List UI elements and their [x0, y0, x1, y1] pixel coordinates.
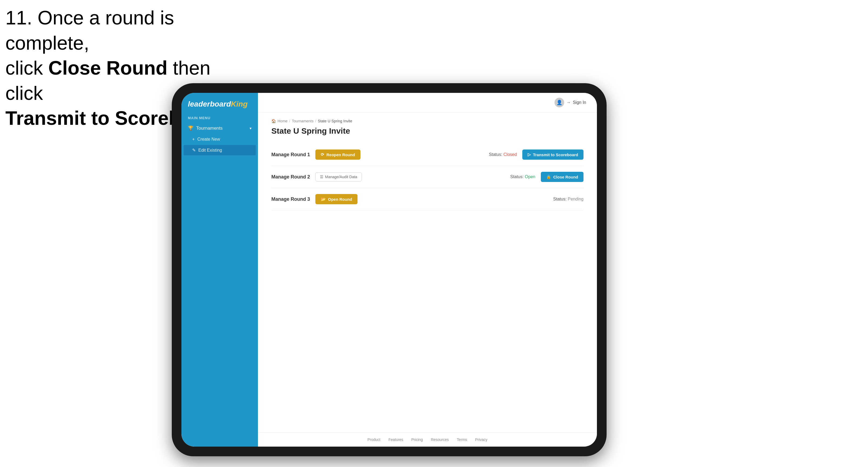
sign-in-label: Sign In — [573, 100, 586, 105]
footer-features[interactable]: Features — [389, 437, 403, 442]
plus-icon: + — [192, 137, 194, 142]
user-avatar: 👤 — [555, 98, 564, 107]
edit-existing-label: Edit Existing — [198, 148, 222, 153]
close-round-label: Close Round — [553, 175, 579, 179]
manage-audit-label: Manage/Audit Data — [325, 175, 357, 179]
round-1-status: Status: Closed — [489, 152, 517, 157]
manage-audit-button[interactable]: ☰ Manage/Audit Data — [315, 172, 362, 181]
reopen-round-button[interactable]: ⟳ Reopen Round — [315, 150, 361, 160]
page-title: State U Spring Invite — [271, 126, 584, 135]
content-area: 🏠 Home / Tournaments / State U Spring In… — [258, 113, 597, 432]
footer-pricing[interactable]: Pricing — [411, 437, 423, 442]
open-round-label: Open Round — [328, 197, 352, 201]
sidebar-item-tournaments[interactable]: 🏆 Tournaments ▾ — [181, 122, 258, 134]
transmit-to-scoreboard-button[interactable]: ▷ Transmit to Scoreboard — [522, 150, 584, 160]
round-2-status-value: Open — [525, 175, 535, 179]
footer-resources[interactable]: Resources — [431, 437, 449, 442]
sign-in-area[interactable]: 👤 → Sign In — [555, 98, 586, 107]
sidebar-tournaments-label: Tournaments — [196, 126, 222, 131]
open-round-button[interactable]: 📂 Open Round — [315, 194, 358, 204]
footer-terms[interactable]: Terms — [457, 437, 467, 442]
round-3-right: Status: Pending — [553, 197, 584, 201]
sign-in-arrow-icon: → — [566, 100, 570, 105]
breadcrumb-sep1: / — [289, 119, 290, 123]
app-layout: leaderboardKing MAIN MENU 🏆 Tournaments … — [181, 93, 597, 446]
footer-privacy[interactable]: Privacy — [475, 437, 488, 442]
round-1-status-value: Closed — [503, 152, 517, 157]
breadcrumb-home-icon: 🏠 — [271, 119, 276, 123]
breadcrumb-tournaments-link[interactable]: Tournaments — [292, 119, 313, 123]
main-menu-label: MAIN MENU — [181, 113, 258, 122]
open-round-icon: 📂 — [321, 197, 326, 201]
logo-area: leaderboardKing — [181, 93, 258, 113]
round-1-label: Manage Round 1 — [271, 152, 310, 158]
round-2-row: Manage Round 2 ☰ Manage/Audit Data Statu… — [271, 166, 584, 188]
trophy-icon: 🏆 — [188, 125, 193, 131]
sidebar: leaderboardKing MAIN MENU 🏆 Tournaments … — [181, 93, 258, 446]
transmit-label: Transmit to Scoreboard — [533, 152, 578, 157]
footer-product[interactable]: Product — [367, 437, 380, 442]
close-round-button[interactable]: 🔒 Close Round — [541, 172, 584, 182]
footer: Product Features Pricing Resources Terms… — [258, 432, 597, 446]
transmit-icon: ▷ — [528, 152, 531, 157]
breadcrumb-sep2: / — [315, 119, 316, 123]
reopen-icon: ⟳ — [321, 152, 324, 157]
breadcrumb: 🏠 Home / Tournaments / State U Spring In… — [271, 119, 584, 123]
tablet-device: leaderboardKing MAIN MENU 🏆 Tournaments … — [172, 83, 607, 456]
reopen-round-label: Reopen Round — [327, 152, 355, 157]
round-3-status: Status: Pending — [553, 197, 584, 201]
instruction-line1: 11. Once a round is complete, — [5, 5, 247, 56]
round-2-label: Manage Round 2 — [271, 174, 310, 180]
top-nav: 👤 → Sign In — [258, 93, 597, 113]
round-2-right: Status: Open 🔒 Close Round — [510, 172, 584, 182]
breadcrumb-current: State U Spring Invite — [318, 119, 352, 123]
sidebar-item-create-new[interactable]: + Create New — [181, 134, 258, 145]
lock-icon: 🔒 — [546, 175, 551, 179]
audit-icon: ☰ — [320, 175, 323, 179]
round-3-label: Manage Round 3 — [271, 196, 310, 202]
tablet-screen: leaderboardKing MAIN MENU 🏆 Tournaments … — [181, 93, 597, 446]
round-3-row: Manage Round 3 📂 Open Round Status: Pend… — [271, 188, 584, 210]
breadcrumb-home-link[interactable]: Home — [278, 119, 287, 123]
main-content: 👤 → Sign In 🏠 Home / Tournaments / State — [258, 93, 597, 446]
app-logo: leaderboardKing — [188, 100, 251, 108]
sidebar-item-edit-existing[interactable]: ✎ Edit Existing — [184, 145, 256, 155]
create-new-label: Create New — [197, 137, 220, 142]
edit-icon: ✎ — [192, 148, 196, 153]
round-3-status-value: Pending — [568, 197, 584, 201]
chevron-down-icon: ▾ — [250, 126, 251, 130]
round-1-right: Status: Closed ▷ Transmit to Scoreboard — [489, 150, 584, 160]
round-1-row: Manage Round 1 ⟳ Reopen Round Status: Cl… — [271, 144, 584, 166]
round-2-status: Status: Open — [510, 175, 535, 179]
